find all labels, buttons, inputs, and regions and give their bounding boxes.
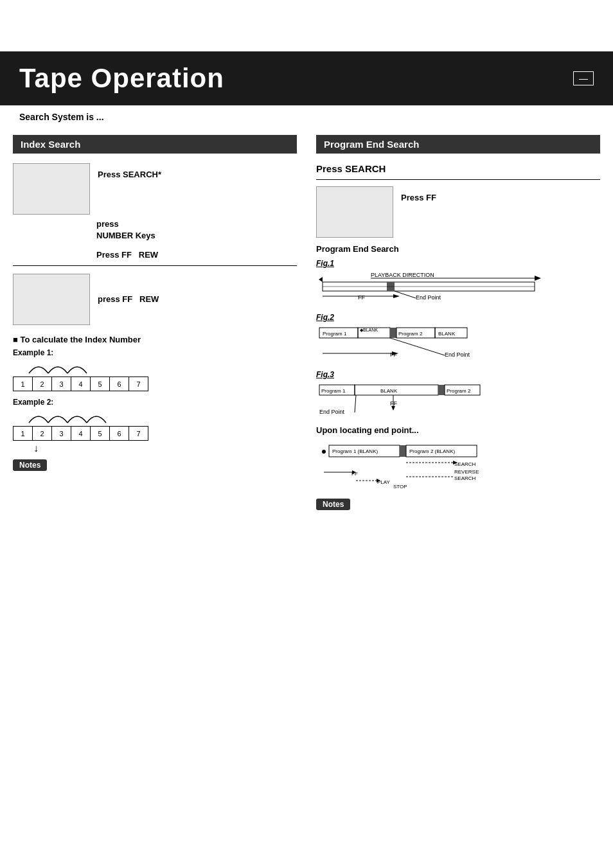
step4-label: press FF REW <box>98 294 159 304</box>
svg-text:End Point: End Point <box>319 409 345 415</box>
example1-arcs <box>13 357 154 376</box>
svg-text:BLANK: BLANK <box>438 331 456 337</box>
svg-text:Program 1: Program 1 <box>321 388 346 394</box>
fig2-label: Fig.2 <box>316 313 334 322</box>
svg-marker-2 <box>535 276 541 281</box>
two-col-layout: Index Search Press SEARCH* pressNUMBER K… <box>0 135 613 510</box>
example2-table: 1 2 3 4 5 6 7 <box>13 426 148 441</box>
down-arrow: ↓ <box>33 443 297 454</box>
index-search-header: Index Search <box>13 135 297 154</box>
example2-diagram: 1 2 3 4 5 6 7 ↓ <box>13 407 297 454</box>
svg-line-25 <box>390 338 445 355</box>
svg-text:Program 2 (BLANK): Program 2 (BLANK) <box>409 448 455 454</box>
screen-box-1 <box>13 163 90 215</box>
left-notes-badge: Notes <box>13 459 47 471</box>
example2-label: Example 2: <box>13 398 297 407</box>
svg-text:◆BLANK: ◆BLANK <box>360 328 378 332</box>
example1-diagram: 1 2 3 4 5 6 7 <box>13 357 297 391</box>
svg-text:Program 2: Program 2 <box>447 388 471 394</box>
press-ff-label: Press FF <box>401 193 436 202</box>
svg-rect-30 <box>438 385 445 395</box>
svg-rect-16 <box>390 328 396 338</box>
fig3-label: Fig.3 <box>316 370 334 379</box>
step1-label: Press SEARCH* <box>98 170 161 179</box>
svg-text:SEARCH: SEARCH <box>454 461 476 467</box>
program-end-search-column: Program End Search Press SEARCH Press FF… <box>306 135 600 510</box>
page: Tape Operation — Search System is ... In… <box>0 51 613 868</box>
svg-text:PLAYBACK DIRECTION: PLAYBACK DIRECTION <box>371 272 434 278</box>
upon-text: Upon locating end point... <box>316 425 600 435</box>
example1-table: 1 2 3 4 5 6 7 <box>13 376 148 391</box>
svg-text:Program 2: Program 2 <box>398 331 423 337</box>
calc-section: ■ To calculate the Index Number Example … <box>13 335 297 471</box>
screen-box-2 <box>13 274 90 325</box>
press-search-label: Press SEARCH <box>316 163 600 174</box>
fig3-section: Fig.3 Program 1 BLANK Program 2 FF <box>316 368 600 420</box>
svg-text:Program 1: Program 1 <box>323 331 347 337</box>
svg-text:STOP: STOP <box>393 484 407 490</box>
example1-label: Example 1: <box>13 348 297 357</box>
svg-text:FF: FF <box>358 294 365 301</box>
calc-title: ■ To calculate the Index Number <box>13 335 297 344</box>
locate-diagram: Program 1 (BLANK) Program 2 (BLANK) SEAR… <box>316 440 554 492</box>
right-step-ff: Press FF <box>316 186 600 238</box>
svg-line-37 <box>355 395 356 412</box>
subtitle: Search System is ... <box>0 105 613 128</box>
page-number-badge: — <box>573 71 594 85</box>
svg-text:REVERSE: REVERSE <box>454 469 479 475</box>
program-end-search-header: Program End Search <box>316 135 600 154</box>
svg-text:SEARCH: SEARCH <box>454 475 476 481</box>
svg-marker-35 <box>391 406 395 411</box>
fig2-section: Fig.2 Program 1 ◆BLANK Program 2 BLANK F… <box>316 311 600 363</box>
right-screen-box <box>316 186 393 238</box>
step2-label: pressNUMBER Keys <box>96 219 155 240</box>
prog-end-search-label: Program End Search <box>316 244 600 254</box>
svg-text:End Point: End Point <box>445 351 470 358</box>
fig1-section: Fig.1 PLAYBACK DIRECTION FF <box>316 257 600 306</box>
svg-text:FF: FF <box>390 400 397 407</box>
fig1-label: Fig.1 <box>316 259 334 268</box>
step3-label: Press FF REW <box>96 250 158 260</box>
step-1-row: Press SEARCH* <box>13 163 297 215</box>
svg-marker-6 <box>319 277 323 282</box>
svg-text:Program 1 (BLANK): Program 1 (BLANK) <box>332 448 378 454</box>
svg-text:BLANK: BLANK <box>380 388 398 394</box>
example2-arcs <box>13 407 154 426</box>
svg-marker-9 <box>393 294 400 298</box>
page-title: Tape Operation <box>19 63 224 94</box>
fig3-diagram: Program 1 BLANK Program 2 FF End Po <box>316 382 554 420</box>
step-4-row: press FF REW <box>13 274 297 325</box>
svg-point-38 <box>322 450 326 454</box>
header-bar: Tape Operation — <box>0 51 613 105</box>
index-search-column: Index Search Press SEARCH* pressNUMBER K… <box>13 135 306 510</box>
svg-line-11 <box>395 291 416 298</box>
svg-text:End Point: End Point <box>416 294 441 301</box>
fig2-diagram: Program 1 ◆BLANK Program 2 BLANK FF End … <box>316 324 554 363</box>
svg-rect-41 <box>400 445 406 457</box>
right-notes-badge: Notes <box>316 499 350 510</box>
fig1-diagram: PLAYBACK DIRECTION FF End Point <box>316 270 554 306</box>
